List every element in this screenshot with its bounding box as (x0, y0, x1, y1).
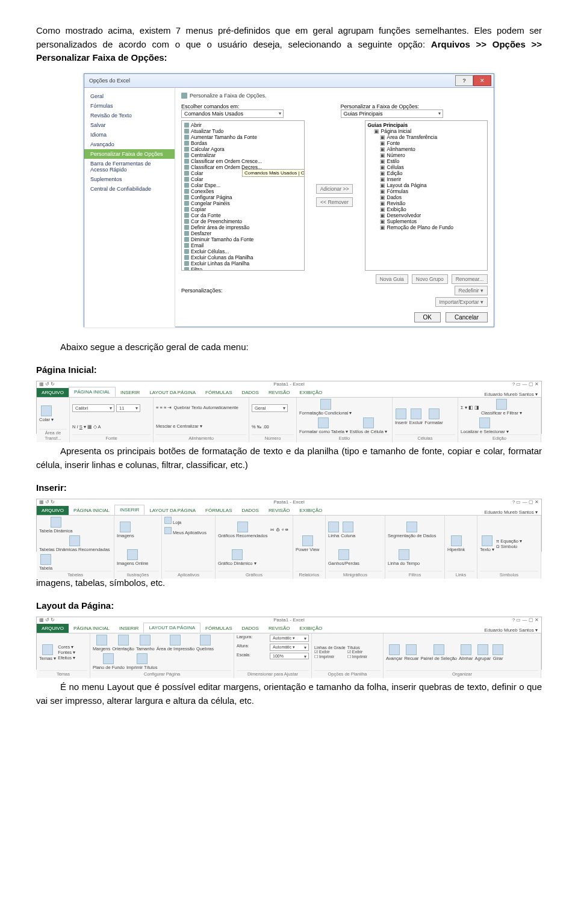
ok-button[interactable]: OK (414, 312, 441, 322)
reset-button[interactable]: Redefinir ▾ (455, 286, 488, 295)
sidebar-item[interactable]: Fórmulas (84, 101, 175, 111)
account-name[interactable]: Eduardo Mureb Santos ▾ (485, 392, 542, 397)
sparkline-line-icon[interactable] (328, 522, 339, 532)
qat: ▦ ↺ ↻ (39, 617, 55, 623)
timeline-icon[interactable] (399, 549, 409, 560)
themes-icon[interactable] (42, 644, 53, 655)
tab-pagina-inicial[interactable]: PÁGINA INICIAL (69, 624, 114, 633)
tab-formulas[interactable]: FÓRMULAS (200, 624, 237, 633)
close-button[interactable]: ✕ (473, 75, 491, 86)
sparkline-wl-icon[interactable] (338, 549, 349, 560)
tab-revisao[interactable]: REVISÃO (264, 624, 295, 633)
customizations-label: Personalizações: (181, 288, 223, 294)
store-icon[interactable] (164, 517, 172, 524)
cell-styles-icon[interactable] (363, 417, 374, 428)
table-icon[interactable] (40, 554, 51, 565)
tab-layout[interactable]: LAYOUT DA PÁGINA (143, 623, 200, 633)
sidebar-item[interactable]: Geral (84, 91, 175, 101)
tab-dados[interactable]: DADOS (237, 388, 263, 397)
choose-commands-combo[interactable]: Comandos Mais Usados (181, 109, 284, 118)
tab-layout[interactable]: LAYOUT DA PÁGINA (144, 506, 200, 515)
orientation-icon[interactable] (118, 635, 129, 645)
help-button[interactable]: ? (455, 75, 473, 86)
power-view-icon[interactable] (302, 535, 313, 546)
sidebar-item[interactable]: Avançado (84, 140, 175, 149)
tab-exibicao[interactable]: EXIBIÇÃO (295, 506, 328, 515)
hyperlink-icon[interactable] (451, 535, 462, 546)
online-img-icon[interactable] (127, 549, 138, 560)
text-icon[interactable] (482, 535, 493, 546)
tab-formulas[interactable]: FÓRMULAS (200, 388, 237, 397)
ribbon-tree[interactable]: Guias PrincipaisPágina InicialÁrea de Tr… (365, 120, 488, 271)
font-combo[interactable]: Calibri (72, 404, 114, 412)
background-icon[interactable] (103, 653, 114, 664)
tab-arquivo[interactable]: ARQUIVO (37, 388, 69, 397)
ribbon-layout: ▦ ↺ ↻ Pasta1 - Excel ? ▭ — ▢ ✕ ARQUIVO P… (36, 617, 542, 670)
delete-icon[interactable] (411, 408, 421, 419)
rec-pivot-icon[interactable] (69, 535, 80, 546)
rotate-icon[interactable] (493, 644, 503, 655)
size-icon[interactable] (140, 635, 151, 645)
sidebar-item[interactable]: Idioma (84, 130, 175, 140)
account-name[interactable]: Eduardo Mureb Santos ▾ (485, 510, 542, 515)
account-name[interactable]: Eduardo Mureb Santos ▾ (485, 627, 542, 633)
cancel-button[interactable]: Cancelar (446, 312, 488, 322)
align-icon[interactable] (461, 644, 471, 655)
rename-button[interactable]: Renomear... (452, 274, 488, 284)
sidebar-item[interactable]: Suplementos (84, 174, 175, 184)
tab-inserir[interactable]: INSERIR (114, 624, 143, 633)
tab-inserir[interactable]: INSERIR (114, 505, 144, 515)
myapps-icon[interactable] (164, 527, 172, 534)
sidebar-item[interactable]: Central de Confiabilidade (84, 184, 175, 194)
margins-icon[interactable] (96, 635, 107, 645)
new-tab-button[interactable]: Nova Guia (376, 274, 408, 284)
tab-dados[interactable]: DADOS (237, 506, 263, 515)
sidebar-item[interactable]: Barra de Ferramentas de Acesso Rápido (84, 159, 175, 174)
commands-listbox[interactable]: AbrirAtualizar TudoAumentar Tamanho da F… (181, 120, 305, 271)
paste-icon[interactable] (41, 405, 52, 416)
number-format[interactable]: Geral (252, 404, 288, 412)
tab-pagina-inicial[interactable]: PÁGINA INICIAL (69, 506, 114, 515)
tab-pagina-inicial[interactable]: PÁGINA INICIAL (69, 387, 116, 397)
tab-exibicao[interactable]: EXIBIÇÃO (295, 388, 328, 397)
print-area-icon[interactable] (170, 635, 181, 645)
sidebar-item[interactable]: Salvar (84, 120, 175, 130)
cond-format-icon[interactable] (320, 399, 331, 410)
pivot-chart-icon[interactable] (232, 549, 243, 560)
tab-exibicao[interactable]: EXIBIÇÃO (295, 624, 328, 633)
insert-icon[interactable] (396, 408, 406, 419)
tab-dados[interactable]: DADOS (237, 624, 263, 633)
group-icon[interactable] (477, 644, 488, 655)
format-icon[interactable] (429, 408, 440, 419)
slicer-icon[interactable] (406, 522, 417, 532)
tab-arquivo[interactable]: ARQUIVO (37, 624, 69, 633)
tab-layout[interactable]: LAYOUT DA PÁGINA (144, 388, 200, 397)
add-button[interactable]: Adicionar >> (316, 184, 353, 194)
tab-revisao[interactable]: REVISÃO (264, 388, 295, 397)
bring-forward-icon[interactable] (389, 644, 400, 655)
sidebar-item[interactable]: Revisão de Texto (84, 111, 175, 120)
font-size-combo[interactable]: 11 (116, 404, 140, 412)
window-controls: ? ▭ — ▢ ✕ (512, 381, 539, 387)
send-backward-icon[interactable] (406, 644, 417, 655)
find-icon[interactable] (479, 417, 490, 428)
breaks-icon[interactable] (200, 635, 211, 645)
tab-inserir[interactable]: INSERIR (116, 388, 144, 397)
pivot-table-icon[interactable] (51, 517, 61, 528)
pictures-icon[interactable] (120, 522, 131, 532)
sort-filter-icon[interactable] (496, 399, 507, 410)
tab-formulas[interactable]: FÓRMULAS (200, 506, 237, 515)
sidebar-item-selected[interactable]: Personalizar Faixa de Opções (84, 149, 175, 159)
ribbon-icon (181, 93, 187, 99)
rec-charts-icon[interactable] (237, 522, 248, 532)
customize-ribbon-combo[interactable]: Guias Principais (341, 109, 443, 118)
print-titles-icon[interactable] (137, 653, 148, 664)
table-format-icon[interactable] (318, 417, 329, 428)
import-export-button[interactable]: Importar/Exportar ▾ (435, 297, 488, 307)
new-group-button[interactable]: Novo Grupo (412, 274, 448, 284)
sparkline-col-icon[interactable] (343, 522, 353, 532)
tab-revisao[interactable]: REVISÃO (264, 506, 295, 515)
selection-pane-icon[interactable] (434, 644, 444, 655)
tab-arquivo[interactable]: ARQUIVO (37, 506, 69, 515)
remove-button[interactable]: << Remover (316, 197, 353, 207)
